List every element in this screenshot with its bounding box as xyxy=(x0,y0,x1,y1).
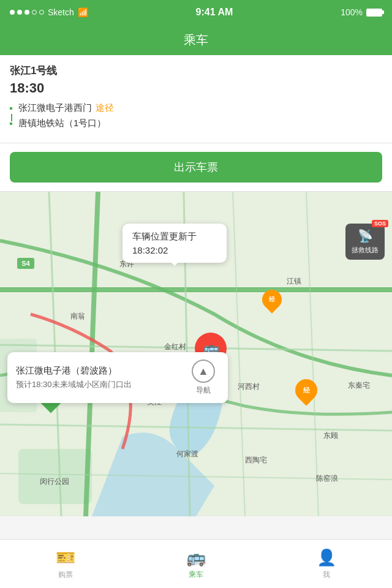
route-info: 张江1号线 18:30 张江微电子港西门 途径 唐镇地铁站（1号口） xyxy=(0,55,392,143)
via-pin-3-label: 经 xyxy=(303,386,310,395)
nav-bar: 乘车 xyxy=(0,24,392,55)
carrier-label: Sketch xyxy=(48,7,74,17)
route-stop-from: 张江微电子港西门 途径 xyxy=(18,102,382,114)
rescue-icon: 📡 xyxy=(358,228,373,243)
location-name: 张江微电子港（碧波路） xyxy=(16,365,187,377)
map-label-xitaozhai: 西陶宅 xyxy=(245,455,267,466)
wifi-icon: 📶 xyxy=(78,7,88,17)
route-line-name: 张江1号线 xyxy=(10,64,382,78)
status-left: Sketch 📶 xyxy=(10,7,88,17)
map-label-dongqinzhai: 东秦宅 xyxy=(348,380,370,391)
tab-me-icon: 👤 xyxy=(317,548,336,567)
from-station-name: 张江微电子港西门 xyxy=(18,102,92,114)
navigation-button[interactable]: ▲ 导航 xyxy=(187,360,219,396)
ticket-btn-wrap: 出示车票 xyxy=(0,143,392,192)
tab-bar: 🎫 购票 🚌 乘车 👤 我 xyxy=(0,539,392,588)
map-label-donggu: 东顾 xyxy=(323,431,338,441)
nav-btn-label: 导航 xyxy=(196,385,211,396)
status-right: 100% xyxy=(341,7,382,17)
map-label-chenyaolang: 陈窑浪 xyxy=(316,473,338,484)
battery-label: 100% xyxy=(341,7,363,17)
map-area[interactable]: S4 东许 南翁 新农村 吴泾 金红村 河西村 江镇 东秦宅 东顾 西陶宅 陈窑… xyxy=(0,192,392,516)
stop-connector-line xyxy=(11,114,12,121)
battery-fill xyxy=(368,10,381,15)
dot4 xyxy=(32,10,37,15)
route-stops: 张江微电子港西门 途径 唐镇地铁站（1号口） xyxy=(10,102,382,129)
tab-me[interactable]: 👤 我 xyxy=(262,548,392,580)
svg-text:S4: S4 xyxy=(21,260,30,267)
tab-buy-label: 购票 xyxy=(58,570,73,580)
nav-arrow-icon: ▲ xyxy=(192,360,215,383)
show-ticket-button[interactable]: 出示车票 xyxy=(10,152,382,183)
dot3 xyxy=(24,10,29,15)
vehicle-popup-title: 车辆位置更新于 xyxy=(132,231,217,243)
via-pin-4: 经 xyxy=(262,290,282,309)
via-link[interactable]: 途径 xyxy=(96,102,114,114)
location-info-text: 张江微电子港（碧波路） 预计18:30未来域城小区南门口出 xyxy=(16,365,187,390)
map-label-minhang: 闵行公园 xyxy=(40,477,69,487)
via-pin-3-circle: 经 xyxy=(291,375,322,406)
location-popup: 张江微电子港（碧波路） 预计18:30未来域城小区南门口出 ▲ 导航 xyxy=(7,352,228,403)
rescue-button[interactable]: SOS 📡 拯救线路 xyxy=(345,224,385,260)
dot5 xyxy=(39,10,44,15)
status-bar: Sketch 📶 9:41 AM 100% xyxy=(0,0,392,24)
location-desc: 预计18:30未来域城小区南门口出 xyxy=(16,379,187,390)
sos-badge: SOS xyxy=(372,220,388,227)
map-label-nanweng: 南翁 xyxy=(70,311,85,322)
route-stop-to: 唐镇地铁站（1号口） xyxy=(18,118,382,129)
dot1 xyxy=(10,10,15,15)
map-label-hejiadun: 何家渡 xyxy=(176,449,198,459)
vehicle-popup-time: 18:32:02 xyxy=(132,245,217,255)
tab-buy[interactable]: 🎫 购票 xyxy=(0,548,130,580)
to-station-name: 唐镇地铁站（1号口） xyxy=(18,118,106,129)
via-pin-3: 经 xyxy=(295,379,317,401)
rescue-label: 拯救线路 xyxy=(352,246,379,255)
tab-ride-icon: 🚌 xyxy=(186,548,206,567)
dot2 xyxy=(17,10,22,15)
map-label-hexicun: 河西村 xyxy=(238,382,260,392)
signal-dots xyxy=(10,10,44,15)
tab-buy-icon: 🎫 xyxy=(56,548,75,567)
status-time: 9:41 AM xyxy=(196,7,233,18)
tab-me-label: 我 xyxy=(323,570,330,580)
vehicle-update-popup: 车辆位置更新于 18:32:02 xyxy=(123,224,227,263)
via-pin-4-circle: 经 xyxy=(258,285,285,313)
tab-ride[interactable]: 🚌 乘车 xyxy=(130,548,261,580)
route-depart-time: 18:30 xyxy=(10,80,382,96)
via-pin-4-label: 经 xyxy=(269,295,275,304)
map-label-jinhongcun: 金红村 xyxy=(164,342,186,352)
battery-icon xyxy=(366,9,382,17)
tab-ride-label: 乘车 xyxy=(189,570,203,580)
nav-title: 乘车 xyxy=(184,32,208,48)
map-label-jiangjun: 江镇 xyxy=(287,276,301,287)
